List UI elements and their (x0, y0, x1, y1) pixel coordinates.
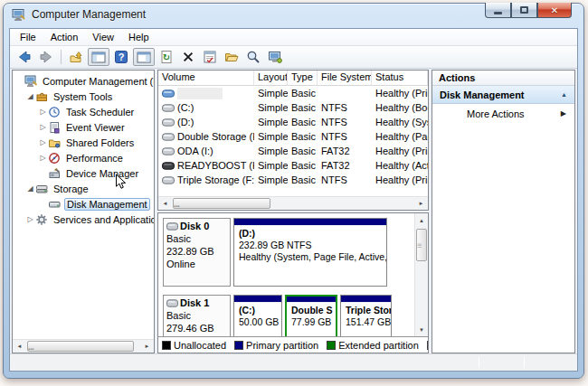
volume-type: Basic (288, 88, 318, 99)
column-header-status[interactable]: Status (372, 71, 428, 86)
column-header-file-system[interactable]: File System (318, 71, 372, 86)
volume-row[interactable]: READYBOOST (H:) Simple Basic FAT32 Healt… (158, 158, 428, 173)
tree-horizontal-scrollbar[interactable]: ◄ ▪▪▪ ► (13, 339, 154, 353)
volume-row[interactable]: ODA (I:) Simple Basic FAT32 Healthy (Pri… (158, 144, 428, 158)
menu-view[interactable]: View (85, 31, 121, 43)
back-button[interactable] (14, 48, 34, 66)
disk1-partition-double-storage[interactable]: Double S 77.99 GB (285, 295, 337, 336)
tree-item-label: System Tools (52, 91, 114, 102)
maximize-icon (520, 6, 528, 14)
scroll-left-icon[interactable]: ◄ (13, 340, 26, 353)
refresh-button[interactable]: ↻ (156, 48, 176, 66)
volume-row[interactable]: Double Storage (E:) Simple Basic NTFS He… (158, 129, 428, 144)
expander-collapsed-icon[interactable]: ▷ (38, 154, 48, 162)
delete-button[interactable] (178, 48, 198, 66)
show-console-tree-button[interactable] (88, 48, 109, 66)
disk-vertical-scrollbar[interactable]: ▲ ☰ ▼ (414, 213, 428, 336)
open-button[interactable] (222, 48, 242, 66)
expander-expanded-icon[interactable]: ◢ (25, 184, 35, 193)
volume-row[interactable]: (D:) Simple Basic NTFS Healthy (Syste (158, 115, 428, 129)
menu-file[interactable]: File (13, 31, 43, 43)
properties-button[interactable] (200, 48, 220, 66)
show-console-tree-icon (91, 51, 106, 64)
column-header-type[interactable]: Type (288, 71, 318, 86)
volume-row[interactable]: Triple Storage (F:) Simple Basic NTFS He… (158, 173, 428, 187)
title-bar[interactable]: Computer Management ✕ (4, 4, 583, 25)
partition-size: 50.00 GB N (239, 316, 281, 328)
expander-expanded-icon[interactable]: ◢ (25, 92, 35, 100)
disk0-info-box[interactable]: Disk 0 Basic 232.89 GB Online (163, 218, 231, 287)
minimize-button[interactable] (485, 3, 511, 18)
menu-help[interactable]: Help (121, 31, 156, 43)
up-level-button[interactable] (66, 48, 86, 66)
middle-column: Volume Layout Type File System Status Si… (157, 70, 429, 353)
expander-collapsed-icon[interactable]: ▷ (38, 108, 48, 116)
help-button[interactable]: ? (111, 48, 131, 66)
more-actions-item[interactable]: More Actions ▶ (432, 104, 574, 123)
disk1-partition-c[interactable]: (C:) 50.00 GB N (233, 295, 282, 336)
computer-button[interactable] (265, 48, 285, 66)
volume-status: Healthy (Prima (372, 88, 428, 99)
scroll-up-icon[interactable]: ▲ (415, 213, 428, 227)
expander-collapsed-icon[interactable]: ▷ (38, 138, 48, 146)
disk-size: 279.46 GB (166, 322, 227, 334)
close-button[interactable]: ✕ (537, 3, 572, 18)
tree-item-device-manager[interactable]: Device Manager (13, 165, 154, 181)
volume-type: Basic (288, 102, 318, 113)
expander-collapsed-icon[interactable]: ▷ (38, 123, 48, 131)
thumb-grip: ▪▪▪ (174, 203, 179, 209)
tree-item-storage[interactable]: ◢ Storage (13, 181, 154, 196)
tree-item-system-tools[interactable]: ◢ System Tools (13, 89, 154, 104)
disk-row-1: Disk 1 Basic 279.46 GB (C:) 50.00 GB N (163, 295, 414, 336)
collapse-icon[interactable]: ▲ (561, 91, 567, 98)
main-area: Computer Management (Local ◢ System Tool… (10, 69, 577, 353)
scrollbar-thumb[interactable]: ▪▪▪ (173, 198, 270, 209)
tree-item-disk-management[interactable]: Disk Management (13, 196, 154, 212)
device-manager-icon (48, 167, 62, 180)
tree-item-shared-folders[interactable]: ▷ Shared Folders (13, 135, 154, 150)
disk1-partition-triple-storage[interactable]: Triple Stor 151.47 GB N (340, 295, 392, 336)
disk1-info-box[interactable]: Disk 1 Basic 279.46 GB (163, 295, 231, 336)
scrollbar-thumb[interactable]: ☰ (416, 229, 427, 261)
actions-section-disk-management[interactable]: Disk Management ▲ (432, 86, 574, 104)
scroll-right-icon[interactable]: ► (414, 197, 428, 210)
column-header-layout[interactable]: Layout (254, 71, 288, 86)
tree-item-performance[interactable]: ▷ Performance (13, 150, 154, 165)
volume-layout: Simple (254, 174, 288, 185)
tree-item-label: Services and Applications (52, 214, 154, 225)
tree-item-services-and-applications[interactable]: ▷ Services and Applications (13, 212, 154, 227)
find-icon (246, 50, 261, 64)
partition-size: 77.99 GB (291, 316, 336, 328)
volume-row[interactable]: (C:) Simple Basic NTFS Healthy (Boot, (158, 100, 428, 115)
tree-item-label: Performance (64, 153, 125, 164)
scroll-down-icon[interactable]: ▼ (415, 323, 428, 336)
client-area: File Action View Help ? ↻ (9, 28, 578, 372)
scroll-left-icon[interactable]: ◄ (158, 197, 172, 210)
volume-horizontal-scrollbar[interactable]: ◄ ▪▪▪ ► (158, 196, 428, 210)
volume-layout: Simple (254, 102, 288, 113)
actions-pane-title: Actions (432, 71, 574, 86)
volume-row[interactable]: Simple Basic Healthy (Prima (158, 86, 428, 100)
scroll-right-icon[interactable]: ► (140, 340, 154, 353)
tree-item-event-viewer[interactable]: ▷ Event Viewer (13, 119, 154, 135)
find-button[interactable] (243, 48, 263, 66)
svg-text:↻: ↻ (163, 52, 170, 62)
forward-button[interactable] (36, 48, 56, 66)
volume-layout: Simple (254, 146, 288, 156)
disk-row-0: Disk 0 Basic 232.89 GB Online (D:) 232.8… (163, 218, 414, 287)
show-action-pane-button[interactable] (133, 48, 155, 66)
actions-section-label: Disk Management (440, 89, 525, 100)
tree-item-label: Storage (52, 184, 90, 194)
drive-icon (162, 104, 175, 112)
disk0-partition-d[interactable]: (D:) 232.89 GB NTFS Healthy (System, Pag… (233, 218, 387, 287)
expander-collapsed-icon[interactable]: ▷ (25, 215, 35, 223)
scrollbar-thumb[interactable]: ▪▪▪ (27, 341, 134, 352)
close-icon: ✕ (551, 5, 558, 15)
tree-item-task-scheduler[interactable]: ▷ Task Scheduler (13, 104, 154, 119)
maximize-button[interactable] (511, 3, 537, 18)
column-header-volume[interactable]: Volume (158, 71, 254, 86)
legend-extended-partition: Extended partition (327, 340, 419, 351)
tree-item-computer-management[interactable]: Computer Management (Local (13, 73, 154, 89)
menu-action[interactable]: Action (43, 31, 86, 43)
volume-layout: Simple (254, 88, 288, 99)
